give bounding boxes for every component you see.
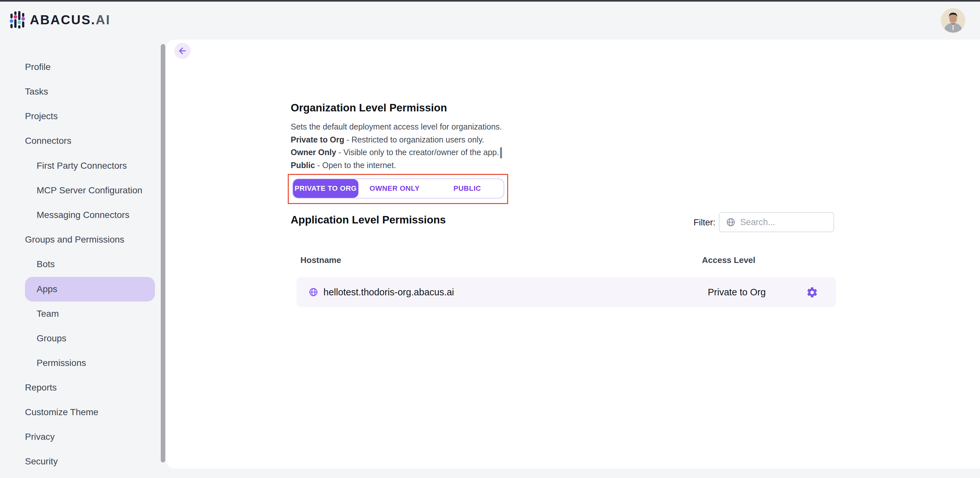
main-content-card [166, 40, 980, 468]
segment-owner-only[interactable]: OWNER ONLY [358, 179, 431, 198]
table-row[interactable]: hellotest.thodoris-org.abacus.ai Private… [296, 277, 836, 307]
sidebar-item-groups[interactable]: Groups [0, 326, 166, 351]
hostname-value: hellotest.thodoris-org.abacus.ai [323, 287, 454, 298]
sidebar-item-apps[interactable]: Apps [0, 277, 166, 302]
sidebar-item-reports[interactable]: Reports [0, 375, 166, 400]
sidebar-scrollbar[interactable] [161, 44, 165, 462]
avatar-photo [941, 8, 966, 33]
access-level-value: Private to Org [708, 287, 766, 298]
sidebar-item-messaging-connectors[interactable]: Messaging Connectors [0, 203, 166, 227]
hostname-globe-icon [309, 287, 318, 297]
segment-private-to-org[interactable]: PRIVATE TO ORG [293, 179, 358, 198]
org-permission-title: Organization Level Permission [291, 102, 447, 114]
search-box [719, 212, 834, 232]
sidebar-item-bots[interactable]: Bots [0, 252, 166, 276]
definition-owner-only: Owner Only - Visible only to the creator… [291, 146, 502, 159]
sidebar-item-first-party-connectors[interactable]: First Party Connectors [0, 154, 166, 178]
sidebar-item-profile[interactable]: Profile [0, 55, 166, 79]
filter-label: Filter: [694, 218, 716, 228]
permission-highlight-box: PRIVATE TO ORG OWNER ONLY PUBLIC [288, 174, 508, 204]
sidebar-item-team[interactable]: Team [0, 302, 166, 326]
org-permission-intro: Sets the default deployment access level… [291, 121, 502, 133]
app-permissions-title: Application Level Permissions [291, 214, 446, 226]
gear-icon [806, 286, 818, 299]
user-avatar[interactable] [941, 8, 966, 33]
column-header-access-level: Access Level [702, 255, 756, 265]
sidebar-item-tasks[interactable]: Tasks [0, 79, 166, 104]
segment-public[interactable]: PUBLIC [431, 179, 504, 198]
row-settings-button[interactable] [806, 286, 818, 299]
sidebar-item-privacy[interactable]: Privacy [0, 424, 166, 449]
back-button[interactable] [174, 43, 191, 59]
globe-icon [726, 217, 736, 227]
sidebar: Profile Tasks Projects Connectors First … [0, 0, 166, 478]
sidebar-item-customize-theme[interactable]: Customize Theme [0, 400, 166, 424]
sidebar-item-mcp-server-configuration[interactable]: MCP Server Configuration [0, 178, 166, 203]
column-header-hostname: Hostname [301, 255, 341, 265]
arrow-left-icon [178, 46, 187, 56]
sidebar-item-projects[interactable]: Projects [0, 104, 166, 129]
sidebar-item-security[interactable]: Security [0, 449, 166, 474]
search-input[interactable] [740, 217, 818, 227]
org-permission-description: Sets the default deployment access level… [291, 121, 502, 172]
permission-segmented-control: PRIVATE TO ORG OWNER ONLY PUBLIC [292, 178, 504, 199]
definition-private-to-org: Private to Org - Restricted to organizat… [291, 133, 502, 146]
sidebar-item-groups-and-permissions[interactable]: Groups and Permissions [0, 227, 166, 252]
sidebar-item-permissions[interactable]: Permissions [0, 351, 166, 375]
sidebar-item-connectors[interactable]: Connectors [0, 129, 166, 153]
definition-public: Public - Open to the internet. [291, 159, 502, 172]
text-cursor [500, 147, 502, 158]
